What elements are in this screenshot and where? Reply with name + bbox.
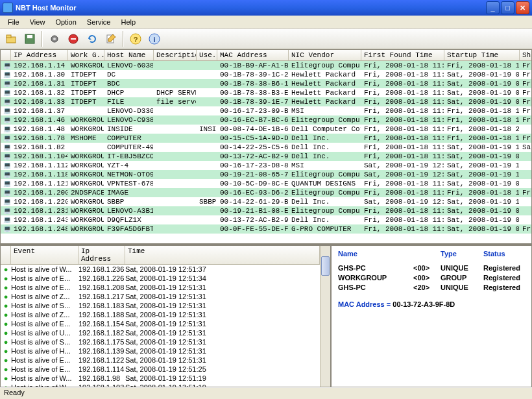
table-row[interactable]: 192.168.1.14WORKGROUPLENOVO-6038...00-1B… — [1, 61, 532, 70]
table-row[interactable]: 192.168.1.220WORKGROUPSBBPSBBP00-14-22-6… — [1, 197, 532, 206]
status-ok-icon — [1, 274, 11, 283]
table-row[interactable]: 192.168.1.248WORKGROUPF39FA5D6FBT...00-0… — [1, 224, 532, 234]
edit-icon[interactable] — [103, 30, 119, 47]
svg-text:?: ? — [134, 36, 138, 43]
event-row[interactable]: Host is alive of W...192.168.1.98Sat, 20… — [1, 374, 320, 383]
detail-row: GHS-PC<20>UNIQUERegistered — [338, 284, 525, 291]
event-row[interactable]: Host is alive of Z...192.168.1.188Sat, 2… — [1, 310, 320, 319]
table-row[interactable]: 192.168.1.82COMPUTER-49...00-14-22-25-C5… — [1, 143, 532, 152]
event-row[interactable]: Host is alive of E...192.168.1.122Sat, 2… — [1, 356, 320, 365]
detail-col-status: Status — [483, 250, 525, 258]
grid-col-6[interactable]: MAC Address — [217, 50, 289, 60]
save-icon[interactable] — [21, 30, 38, 47]
event-col-event[interactable]: Event — [11, 246, 79, 264]
event-row[interactable]: Host is alive of E...192.168.1.208Sat, 2… — [1, 283, 320, 292]
refresh-icon[interactable] — [84, 30, 101, 47]
event-scrollbar[interactable] — [320, 246, 330, 387]
table-row[interactable]: 192.168.1.30ITDEPTDC00-1B-78-39-1C-24Hew… — [1, 70, 532, 79]
host-grid[interactable]: IP AddressWork G...Host NameDescriptionU… — [0, 49, 532, 244]
close-button[interactable]: ✕ — [516, 1, 529, 14]
event-row[interactable]: Host is alive of W...192.168.1.236Sat, 2… — [1, 265, 320, 274]
table-row[interactable]: 192.168.1.121WORKGROUPVPNTEST-678...00-1… — [1, 179, 532, 188]
status-ok-icon — [1, 292, 11, 301]
status-ok-icon — [1, 383, 11, 387]
table-row[interactable]: 192.168.1.231WORKGROUPLENOVO-A3B1...00-1… — [1, 206, 532, 215]
event-row[interactable]: Host is alive of E...192.168.1.154Sat, 2… — [1, 319, 320, 328]
grid-col-7[interactable]: NIC Vendor — [289, 50, 361, 60]
status-ok-icon — [1, 374, 11, 383]
menubar: File View Option Service Help — [0, 16, 532, 29]
grid-col-10[interactable]: Shut... — [520, 50, 532, 60]
statusbar: Ready — [0, 387, 532, 399]
event-row[interactable]: Host is alive of S...192.168.1.183Sat, 2… — [1, 301, 320, 310]
status-ok-icon — [1, 365, 11, 374]
event-col-time[interactable]: Time — [125, 246, 320, 264]
event-row[interactable]: Host is alive of Z...192.168.1.217Sat, 2… — [1, 292, 320, 301]
event-row[interactable]: Host is alive of U...192.168.1.182Sat, 2… — [1, 328, 320, 337]
open-icon[interactable] — [3, 30, 19, 47]
status-ok-icon — [1, 337, 11, 346]
grid-col-3[interactable]: Host Name — [104, 50, 154, 60]
help-icon[interactable]: ? — [127, 30, 144, 47]
table-row[interactable]: 192.168.1.37LENOVO-D330...00-16-17-23-09… — [1, 106, 532, 115]
table-row[interactable]: 192.168.1.48WORKGROUPINSIDEINSIDE00-08-7… — [1, 125, 532, 134]
svg-rect-3 — [27, 35, 32, 38]
menu-option[interactable]: Option — [50, 17, 81, 27]
stop-icon[interactable] — [65, 30, 82, 47]
status-ok-icon — [1, 319, 11, 328]
menu-help[interactable]: Help — [116, 17, 141, 27]
status-ok-icon — [1, 265, 11, 274]
status-ok-icon — [1, 301, 11, 310]
event-row[interactable]: Host is alive of S...192.168.1.175Sat, 2… — [1, 337, 320, 346]
mac-value: 00-13-72-A3-9F-8D — [393, 300, 455, 308]
grid-col-2[interactable]: Work G... — [68, 50, 104, 60]
mac-label: MAC Address = — [338, 300, 393, 308]
table-row[interactable]: 192.168.1.112WORKGROUPYZT-400-16-17-23-D… — [1, 161, 532, 170]
detail-row: GHS-PC<00>UNIQUERegistered — [338, 264, 525, 272]
svg-rect-7 — [71, 38, 76, 40]
table-row[interactable]: 192.168.1.78MSHOMECOMPUTER00-15-C5-1A-9D… — [1, 134, 532, 143]
gear-icon[interactable] — [46, 30, 63, 47]
minimize-button[interactable]: _ — [486, 1, 500, 14]
svg-point-5 — [53, 38, 56, 40]
event-col-ip[interactable]: Ip Address — [79, 246, 125, 264]
about-icon[interactable]: i — [146, 30, 163, 47]
toolbar: ? i — [0, 29, 532, 49]
table-row[interactable]: 192.168.1.46WORKGROUPLENOVO-C938...00-16… — [1, 115, 532, 125]
status-ok-icon — [1, 283, 11, 292]
event-row[interactable]: Host is alive of E...192.168.1.226Sat, 2… — [1, 274, 320, 283]
grid-col-0[interactable] — [1, 50, 11, 60]
svg-rect-1 — [6, 35, 11, 38]
event-header: Event Ip Address Time — [1, 246, 320, 265]
detail-col-name: Name — [338, 250, 413, 258]
table-row[interactable]: 192.168.1.32ITDEPTDHCPDHCP SERVER00-1B-7… — [1, 88, 532, 97]
event-pane[interactable]: Event Ip Address Time Host is alive of W… — [0, 245, 331, 387]
grid-col-5[interactable]: Use... — [197, 50, 217, 60]
detail-col-type: Type — [441, 250, 483, 258]
detail-row: WORKGROUP<00>GROUPRegistered — [338, 274, 525, 282]
event-row[interactable]: Host is alive of E...192.168.1.114Sat, 2… — [1, 365, 320, 374]
grid-col-9[interactable]: Startup Time — [444, 50, 520, 60]
table-row[interactable]: 192.168.1.118WORKGROUPNETMON-OTO9...00-1… — [1, 170, 532, 179]
grid-col-1[interactable]: IP Address — [11, 50, 68, 60]
table-row[interactable]: 192.168.1.2002NDSPACEIMAGE00-16-EC-93-D6… — [1, 188, 532, 197]
event-row[interactable]: Host is alive of H...192.168.1.139Sat, 2… — [1, 346, 320, 356]
grid-col-4[interactable]: Description — [154, 50, 197, 60]
event-row[interactable]: Host is alive of W...192.168.1.103Sat, 2… — [1, 383, 320, 387]
titlebar[interactable]: NBT Host Monitor _ □ ✕ — [0, 0, 532, 16]
svg-text:i: i — [153, 36, 155, 43]
maximize-button[interactable]: □ — [501, 1, 514, 14]
grid-col-8[interactable]: First Found Time — [361, 50, 444, 60]
status-text: Ready — [4, 389, 25, 396]
menu-view[interactable]: View — [25, 17, 51, 27]
menu-file[interactable]: File — [3, 17, 25, 27]
menu-service[interactable]: Service — [82, 17, 116, 27]
table-row[interactable]: 192.168.1.104WORKGROUPIT-EBJ5BZCO...00-1… — [1, 152, 532, 161]
table-row[interactable]: 192.168.1.33ITDEPTFILEfile server00-1B-7… — [1, 97, 532, 106]
status-ok-icon — [1, 310, 11, 319]
table-row[interactable]: 192.168.1.31ITDEPTBDC00-1B-78-38-B6-16He… — [1, 79, 532, 88]
status-ok-icon — [1, 346, 11, 356]
grid-header-row: IP AddressWork G...Host NameDescriptionU… — [1, 50, 532, 61]
detail-pane: Name Type Status GHS-PC<00>UNIQUERegiste… — [331, 245, 532, 387]
table-row[interactable]: 192.168.1.243WORKGROUPD9QFLZ1X00-13-72-A… — [1, 215, 532, 224]
